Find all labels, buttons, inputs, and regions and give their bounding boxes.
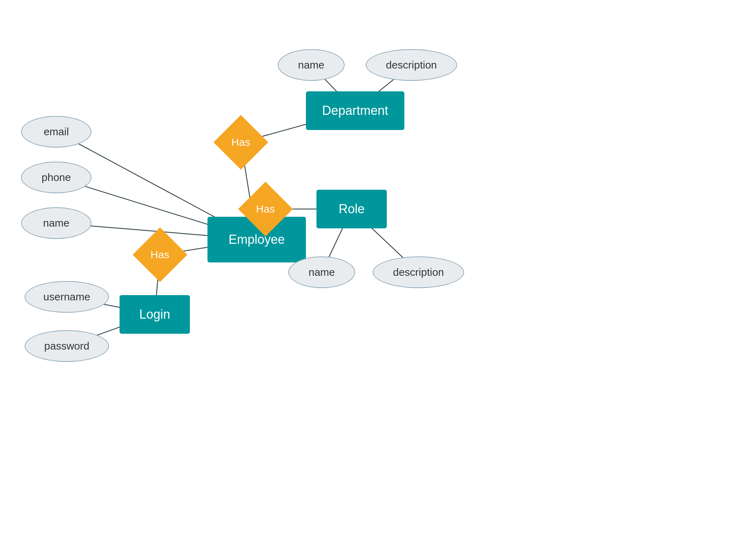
entity-role: Role xyxy=(316,190,387,228)
attribute-phone: phone xyxy=(21,162,91,193)
entity-department: Department xyxy=(306,91,404,130)
attribute-password: password xyxy=(25,330,109,362)
attribute-name-employee: name xyxy=(21,207,91,239)
attribute-description-department: description xyxy=(366,49,457,81)
attribute-email: email xyxy=(21,116,91,148)
entity-login: Login xyxy=(120,295,190,334)
attribute-username: username xyxy=(25,281,109,313)
attribute-name-role: name xyxy=(288,256,355,288)
attribute-name-department: name xyxy=(278,49,345,81)
attribute-description-role: description xyxy=(373,256,464,288)
